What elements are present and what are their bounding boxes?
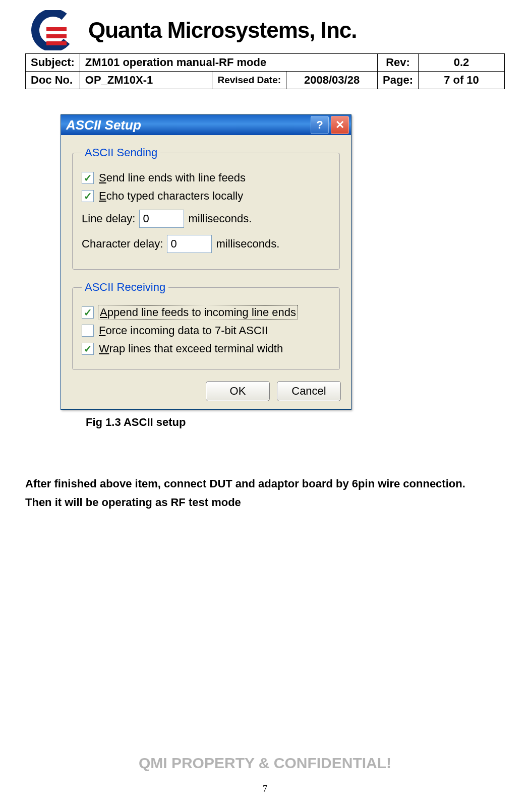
- checkbox-wrap-lines[interactable]: Wrap lines that exceed terminal width: [82, 342, 330, 355]
- character-delay-suffix: milliseconds.: [216, 237, 279, 251]
- dialog-button-row: OK Cancel: [71, 381, 341, 401]
- ascii-sending-group: ASCII Sending Send line ends with line f…: [72, 146, 340, 270]
- rev-label: Rev:: [378, 54, 419, 72]
- company-name: Quanta Microsystems, Inc.: [88, 18, 357, 43]
- document-meta-table: Subject: ZM101 operation manual-RF mode …: [25, 53, 505, 89]
- ok-button[interactable]: OK: [206, 381, 270, 401]
- revised-label: Revised Date:: [212, 72, 286, 89]
- checkbox-label: Send line ends with line feeds: [99, 171, 246, 184]
- cancel-button[interactable]: Cancel: [277, 381, 341, 401]
- character-delay-label: Character delay:: [82, 237, 163, 251]
- ascii-receiving-group: ASCII Receiving Append line feeds to inc…: [72, 281, 340, 370]
- line-delay-label: Line delay:: [82, 212, 135, 225]
- checkbox-send-line-ends[interactable]: Send line ends with line feeds: [82, 171, 330, 184]
- close-icon[interactable]: ✕: [331, 116, 349, 134]
- checkbox-icon[interactable]: [82, 343, 94, 355]
- checkbox-icon[interactable]: [82, 306, 94, 319]
- character-delay-input[interactable]: [167, 235, 212, 253]
- subject-label: Subject:: [26, 54, 80, 72]
- checkbox-label: Force incoming data to 7-bit ASCII: [99, 324, 268, 337]
- checkbox-label: Wrap lines that exceed terminal width: [99, 342, 283, 355]
- docno-label: Doc No.: [26, 72, 80, 89]
- confidential-watermark: QMI PROPERTY & CONFIDENTIAL!: [0, 755, 530, 772]
- checkbox-label: Echo typed characters locally: [99, 190, 243, 203]
- svg-rect-2: [46, 41, 67, 45]
- page-value: 7 of 10: [419, 72, 505, 89]
- ascii-receiving-legend: ASCII Receiving: [82, 281, 168, 294]
- svg-rect-1: [46, 34, 67, 38]
- subject-value: ZM101 operation manual-RF mode: [80, 54, 377, 72]
- svg-rect-0: [46, 27, 67, 31]
- document-header: Quanta Microsystems, Inc.: [25, 10, 505, 50]
- body-line-1: After finished above item, connect DUT a…: [25, 474, 505, 493]
- rev-value: 0.2: [419, 54, 505, 72]
- figure-caption: Fig 1.3 ASCII setup: [86, 416, 505, 429]
- body-line-2: Then it will be operating as RF test mod…: [25, 493, 505, 512]
- character-delay-row: Character delay: milliseconds.: [82, 235, 330, 253]
- company-logo-icon: [25, 10, 81, 50]
- dialog-titlebar: ASCII Setup ? ✕: [61, 115, 351, 135]
- page-label: Page:: [378, 72, 419, 89]
- ascii-setup-dialog: ASCII Setup ? ✕ ASCII Sending Send line …: [61, 114, 351, 410]
- docno-value: OP_ZM10X-1: [80, 72, 212, 89]
- line-delay-suffix: milliseconds.: [188, 212, 252, 225]
- revised-value: 2008/03/28: [286, 72, 378, 89]
- footer-page-number: 7: [0, 784, 530, 794]
- body-paragraph: After finished above item, connect DUT a…: [25, 474, 505, 512]
- checkbox-label: Append line feeds to incoming line ends: [99, 306, 297, 319]
- checkbox-icon[interactable]: [82, 190, 94, 202]
- ascii-sending-legend: ASCII Sending: [82, 146, 160, 159]
- checkbox-icon[interactable]: [82, 325, 94, 337]
- checkbox-append-line-feeds[interactable]: Append line feeds to incoming line ends: [82, 306, 330, 319]
- dialog-title: ASCII Setup: [66, 117, 309, 133]
- line-delay-row: Line delay: milliseconds.: [82, 210, 330, 228]
- checkbox-icon[interactable]: [82, 172, 94, 184]
- line-delay-input[interactable]: [139, 210, 184, 228]
- help-icon[interactable]: ?: [311, 116, 329, 134]
- checkbox-force-7bit[interactable]: Force incoming data to 7-bit ASCII: [82, 324, 330, 337]
- checkbox-echo-typed[interactable]: Echo typed characters locally: [82, 190, 330, 203]
